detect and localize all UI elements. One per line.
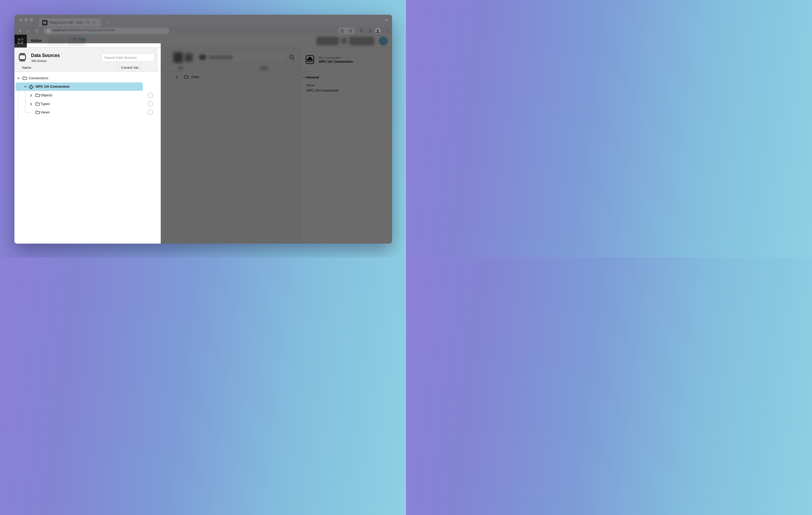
chevron-down-icon[interactable] xyxy=(24,85,27,88)
tree-row-opc-ua-connection[interactable]: OPC UA Connection xyxy=(14,83,157,91)
modal-backdrop[interactable] xyxy=(14,35,392,43)
radio-circle[interactable] xyxy=(148,110,153,115)
data-sources-modal: Data Sources 395 Entries Name Current Va… xyxy=(14,48,161,244)
side-panel-icon[interactable] xyxy=(368,29,372,33)
radio-circle[interactable] xyxy=(148,101,153,107)
modal-title: Data Sources xyxy=(31,53,60,58)
extensions-puzzle-icon[interactable] xyxy=(359,29,364,33)
reload-icon[interactable] xyxy=(35,29,39,33)
tree-row-objects[interactable]: Objects xyxy=(14,91,157,99)
site-info-icon[interactable] xyxy=(47,29,51,33)
tree-row-label: Connections xyxy=(29,76,48,80)
modal-backdrop[interactable] xyxy=(161,43,392,244)
url-path: :8080/editor/Playground%20HMI xyxy=(66,28,115,32)
chevron-right-icon[interactable] xyxy=(29,94,33,97)
share-icon[interactable] xyxy=(340,29,344,33)
opcua-diamond-icon xyxy=(29,85,34,90)
column-header-name[interactable]: Name xyxy=(22,66,31,69)
tree-row-label: Types xyxy=(40,102,50,106)
tree-row-views[interactable]: Views xyxy=(14,108,157,117)
radio-circle[interactable] xyxy=(148,93,153,98)
browser-menu-dots-icon[interactable] xyxy=(385,29,389,33)
folder-icon xyxy=(35,110,40,115)
chip-icon xyxy=(18,53,27,62)
data-sources-tree: Connections OPC UA Connection Objects Ty… xyxy=(14,72,161,244)
new-tab-button[interactable] xyxy=(106,21,110,25)
tree-row-label: OPC UA Connection xyxy=(35,85,69,88)
tab-search-chevron-icon[interactable] xyxy=(384,18,389,22)
entries-count: 395 Entries xyxy=(31,59,47,62)
back-icon[interactable] xyxy=(18,29,22,33)
browser-window: Playground HMI – Edit – HELIO localhos xyxy=(14,15,392,244)
modal-header: Data Sources 395 Entries Name Current Va… xyxy=(14,48,157,72)
tree-row-label: Objects xyxy=(40,93,53,97)
chevron-down-icon[interactable] xyxy=(17,77,20,80)
column-divider[interactable] xyxy=(118,64,118,70)
tab-strip: Playground HMI – Edit – HELIO xyxy=(14,15,392,27)
close-window-button[interactable] xyxy=(20,19,22,21)
profile-avatar[interactable] xyxy=(375,28,381,34)
tree-row-label: Views xyxy=(40,110,50,114)
forward-icon[interactable] xyxy=(26,29,30,33)
folder-icon xyxy=(22,76,27,80)
url-bar: localhost:8080/editor/Playground%20HMI xyxy=(14,27,392,35)
column-header-current-value[interactable]: Current Val... xyxy=(121,66,141,69)
zoom-window-button[interactable] xyxy=(30,19,33,21)
tab-title: Playground HMI – Edit – HELIO xyxy=(50,21,93,24)
folder-icon xyxy=(35,102,40,106)
helio-favicon-icon xyxy=(42,20,48,26)
tree-row-connections[interactable]: Connections xyxy=(14,74,157,83)
folder-icon xyxy=(35,93,40,97)
url-host: localhost xyxy=(52,28,66,32)
url-text[interactable]: localhost:8080/editor/Playground%20HMI xyxy=(52,28,115,32)
search-data-sources-input[interactable] xyxy=(102,53,155,62)
bookmark-star-icon[interactable] xyxy=(348,29,353,33)
tree-row-types[interactable]: Types xyxy=(14,100,157,108)
tab-close-icon[interactable] xyxy=(92,21,96,24)
browser-tab[interactable]: Playground HMI – Edit – HELIO xyxy=(39,19,101,27)
minimize-window-button[interactable] xyxy=(25,19,28,21)
chevron-right-icon[interactable] xyxy=(29,102,33,106)
